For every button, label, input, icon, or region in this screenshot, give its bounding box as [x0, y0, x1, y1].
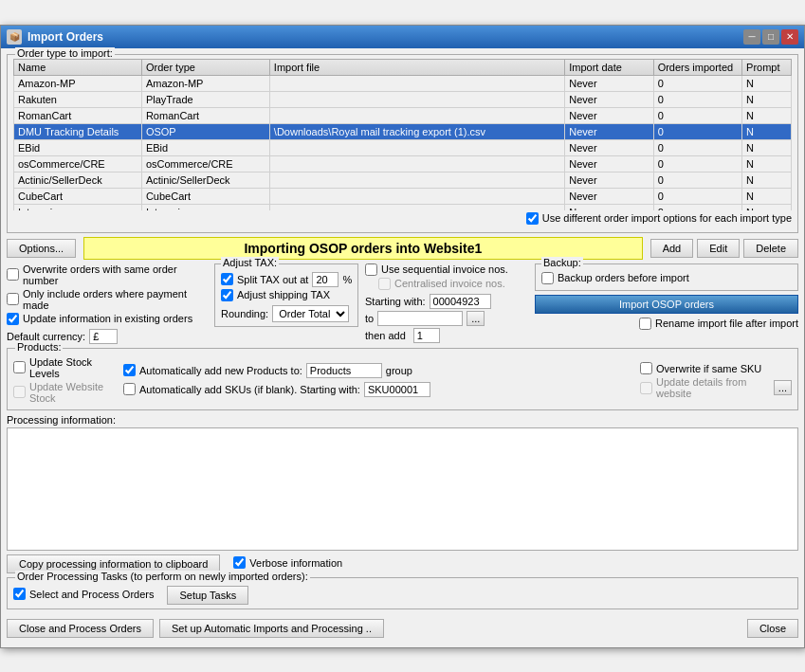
auto-add-products-group-input[interactable] [306, 363, 382, 378]
cell-prompt: N [742, 123, 792, 139]
centralised-invoice-checkbox[interactable] [378, 278, 391, 290]
select-process-orders-label: Select and Process Orders [29, 589, 154, 600]
cell-name: RomanCart [14, 107, 142, 123]
close-and-process-button[interactable]: Close and Process Orders [7, 619, 154, 638]
backup-label: Backup: [541, 257, 583, 268]
overwrite-sku-checkbox[interactable] [640, 362, 652, 374]
overwrite-orders-checkbox[interactable] [7, 268, 19, 281]
cell-orderType: RomanCart [141, 107, 269, 123]
use-seq-invoice-label: Use sequential invoice nos. [381, 263, 508, 275]
processing-area [7, 427, 798, 551]
update-details-checkbox[interactable] [640, 382, 652, 394]
main-window: 📦 Import Orders ─ □ ✕ Order type to impo… [0, 25, 805, 648]
cell-importDate: Never [565, 155, 653, 172]
minimize-button[interactable]: ─ [743, 29, 760, 45]
cell-ordersImported: 0 [653, 139, 741, 155]
split-tax-value[interactable] [312, 272, 338, 287]
cell-importFile [269, 91, 564, 107]
cell-prompt: N [742, 75, 792, 91]
cell-name: Amazon-MP [14, 75, 142, 91]
cell-orderType: PlayTrade [141, 91, 269, 107]
to-browse-button[interactable]: ... [467, 311, 485, 326]
auto-add-skus-input[interactable] [364, 382, 430, 397]
cell-importFile [269, 107, 564, 123]
cell-orderType: Interspire [141, 204, 269, 210]
update-stock-checkbox[interactable] [13, 361, 26, 373]
cell-ordersImported: 0 [653, 204, 741, 210]
table-row[interactable]: InterspireInterspireNever0N [14, 204, 792, 210]
setup-tasks-button[interactable]: Setup Tasks [167, 586, 248, 605]
cell-importFile [269, 139, 564, 155]
starting-with-input[interactable] [430, 294, 491, 309]
update-details-btn[interactable]: ... [774, 380, 792, 395]
edit-button[interactable]: Edit [697, 239, 740, 258]
add-button[interactable]: Add [650, 239, 694, 258]
close-button[interactable]: Close [747, 619, 798, 638]
left-options: Overwrite orders with same order number … [7, 263, 210, 344]
order-processing-tasks-group: Order Processing Tasks (to perform on ne… [7, 577, 798, 609]
order-table: Name Order type Import file Import date … [13, 59, 792, 210]
to-input[interactable] [377, 311, 463, 326]
cell-importDate: Never [565, 107, 653, 123]
table-row[interactable]: DMU Tracking DetailsOSOP\Downloads\Royal… [14, 123, 792, 139]
table-row[interactable]: RakutenPlayTradeNever0N [14, 91, 792, 107]
import-osop-button[interactable]: Import OSOP orders [535, 295, 798, 314]
delete-button[interactable]: Delete [743, 239, 798, 258]
verbose-info-checkbox[interactable] [233, 556, 246, 569]
table-row[interactable]: RomanCartRomanCartNever0N [14, 107, 792, 123]
use-diff-options-checkbox[interactable] [526, 212, 539, 225]
cell-ordersImported: 0 [653, 75, 741, 91]
setup-automatic-button[interactable]: Set up Automatic Imports and Processing … [159, 619, 384, 638]
adjust-shipping-checkbox[interactable] [221, 289, 233, 301]
update-website-stock-label: Update Website Stock [29, 381, 118, 404]
rounding-label: Rounding: [221, 308, 268, 319]
table-row[interactable]: Amazon-MPAmazon-MPNever0N [14, 75, 792, 91]
window-icon: 📦 [7, 29, 22, 45]
update-info-checkbox[interactable] [7, 313, 19, 325]
cell-ordersImported: 0 [653, 107, 741, 123]
table-row[interactable]: CubeCartCubeCartNever0N [14, 188, 792, 204]
col-import-date: Import date [565, 59, 653, 75]
then-add-input[interactable] [413, 328, 440, 343]
only-payment-checkbox[interactable] [7, 293, 19, 305]
cell-ordersImported: 0 [653, 123, 741, 139]
adjust-tax-label: Adjust TAX: [221, 257, 279, 268]
cell-importFile [269, 75, 564, 91]
cell-name: EBid [14, 139, 142, 155]
auto-add-skus-checkbox[interactable] [123, 383, 136, 395]
then-add-label: then add [365, 330, 406, 341]
cell-orderType: osCommerce/CRE [141, 155, 269, 172]
cell-prompt: N [742, 188, 792, 204]
options-button[interactable]: Options... [7, 239, 76, 258]
adjust-shipping-label: Adjust shipping TAX [237, 289, 330, 300]
cell-name: Interspire [14, 204, 142, 210]
table-row[interactable]: EBidEBidNever0N [14, 139, 792, 155]
maximize-button[interactable]: □ [762, 29, 779, 45]
cell-name: CubeCart [14, 188, 142, 204]
table-row[interactable]: osCommerce/CREosCommerce/CRENever0N [14, 155, 792, 172]
cell-importDate: Never [565, 139, 653, 155]
rounding-select[interactable]: Order Total Line Total [272, 305, 349, 322]
backup-orders-label: Backup orders before import [558, 272, 689, 283]
verbose-info-label: Verbose information [249, 557, 342, 569]
order-table-container[interactable]: Name Order type Import file Import date … [13, 59, 792, 210]
auto-add-products-checkbox[interactable] [123, 364, 136, 376]
default-currency-input[interactable] [89, 329, 118, 344]
title-bar: 📦 Import Orders ─ □ ✕ [1, 26, 804, 48]
cell-prompt: N [742, 172, 792, 188]
update-website-stock-checkbox[interactable] [13, 386, 26, 398]
auto-add-products-label: Automatically add new Products to: [139, 365, 302, 376]
use-seq-invoice-checkbox[interactable] [365, 263, 377, 276]
order-proc-label: Order Processing Tasks (to perform on ne… [15, 571, 310, 582]
group-label: group [386, 365, 412, 376]
cell-importDate: Never [565, 123, 653, 139]
split-tax-checkbox[interactable] [221, 273, 233, 285]
table-row[interactable]: Actinic/SellerDeckActinic/SellerDeckNeve… [14, 172, 792, 188]
split-tax-label: Split TAX out at [237, 274, 308, 285]
backup-orders-checkbox[interactable] [541, 272, 554, 284]
rename-import-checkbox[interactable] [639, 318, 651, 330]
cell-importDate: Never [565, 75, 653, 91]
close-button[interactable]: ✕ [781, 29, 798, 45]
cell-name: Rakuten [14, 91, 142, 107]
select-process-orders-checkbox[interactable] [13, 588, 26, 600]
